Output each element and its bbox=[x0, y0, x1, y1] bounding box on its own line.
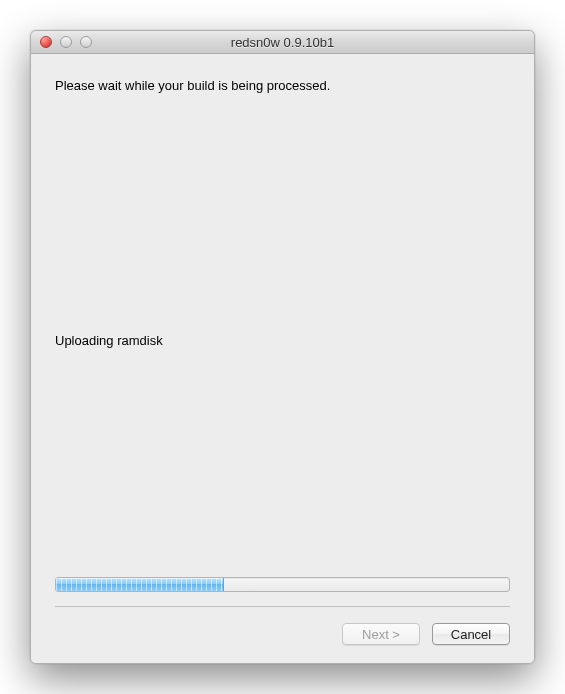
button-row: Next > Cancel bbox=[55, 607, 510, 645]
next-button: Next > bbox=[342, 623, 420, 645]
progress-container bbox=[55, 577, 510, 592]
status-text: Uploading ramdisk bbox=[55, 333, 510, 348]
minimize-icon bbox=[60, 36, 72, 48]
titlebar[interactable]: redsn0w 0.9.10b1 bbox=[31, 31, 534, 54]
spacer bbox=[55, 348, 510, 577]
content-area: Please wait while your build is being pr… bbox=[31, 54, 534, 663]
progress-fill bbox=[56, 578, 224, 591]
progress-bar bbox=[55, 577, 510, 592]
close-icon[interactable] bbox=[40, 36, 52, 48]
zoom-icon bbox=[80, 36, 92, 48]
spacer bbox=[55, 103, 510, 333]
instruction-text: Please wait while your build is being pr… bbox=[55, 78, 510, 93]
window-title: redsn0w 0.9.10b1 bbox=[31, 35, 534, 50]
cancel-button[interactable]: Cancel bbox=[432, 623, 510, 645]
traffic-lights bbox=[40, 36, 92, 48]
app-window: redsn0w 0.9.10b1 Please wait while your … bbox=[30, 30, 535, 664]
